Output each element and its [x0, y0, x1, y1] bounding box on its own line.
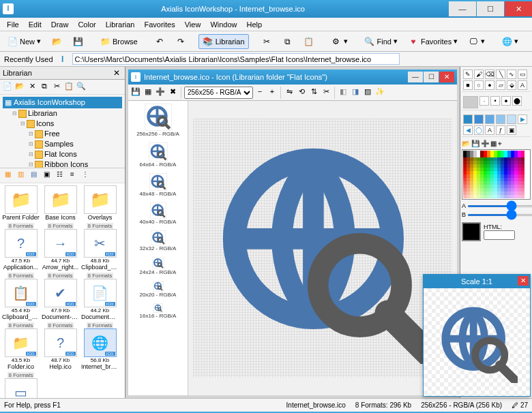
file-thumb[interactable]: 8 Formats✂ICO48.8 KbClipboard_c... [81, 223, 119, 271]
tool-line-icon[interactable]: ╲ [496, 70, 505, 79]
format-item[interactable]: 24x24 - RGB/A [128, 257, 188, 275]
view6-icon[interactable]: ≡ [66, 170, 78, 181]
window-close-button[interactable]: ✕ [505, 1, 532, 16]
new-button[interactable]: 📄New▾ [3, 34, 45, 49]
folder-thumb[interactable]: 📁Parent Folder [2, 185, 40, 221]
lib-del-icon[interactable]: ✕ [27, 82, 38, 93]
canvas[interactable] [188, 101, 457, 395]
ed-color3-icon[interactable]: ▨ [362, 87, 373, 98]
lib-paste-icon[interactable]: 📋 [63, 82, 74, 93]
zoom-in-icon[interactable]: + [267, 87, 278, 98]
lib-new-icon[interactable]: 📄 [2, 82, 13, 93]
format-item[interactable]: 48x48 - RGB/A [128, 173, 188, 197]
pal-add-icon[interactable]: ➕ [481, 140, 489, 148]
tree-node[interactable]: ⊟ Free [3, 129, 122, 139]
ed-save-icon[interactable]: 💾 [130, 87, 141, 98]
save-button[interactable]: 💾 [68, 34, 87, 49]
menu-window[interactable]: Window [206, 19, 241, 30]
tree-node[interactable]: ⊟ Samples [3, 139, 122, 149]
html-color-input[interactable] [484, 230, 515, 240]
tool-brush-icon[interactable]: 🖌 [474, 70, 484, 79]
doc-minimize-button[interactable]: — [408, 72, 423, 82]
redo-button[interactable]: ↷ [171, 34, 190, 49]
gear-button[interactable]: ⚙▾ [327, 34, 352, 49]
folder-thumb[interactable]: 📁Base Icons [42, 185, 79, 221]
lib-open-icon[interactable]: 📂 [14, 82, 25, 93]
menu-edit[interactable]: Edit [25, 19, 46, 30]
preset1-icon[interactable] [463, 114, 473, 124]
file-thumb[interactable]: 8 Formats→ICO44.7 KbArrow_right... [42, 223, 79, 271]
file-thumb[interactable]: 8 Formats📋ICO45.4 KbClipboard_p... [2, 273, 40, 320]
menu-librarian[interactable]: Librarian [102, 19, 139, 30]
find-button[interactable]: 🔍Find▾ [360, 34, 402, 49]
file-thumb[interactable]: 8 Formats🌐ICO56.8 KbInternet_bro... [81, 322, 119, 370]
open-button[interactable]: 📂 [47, 34, 66, 49]
size1-icon[interactable]: · [479, 96, 489, 106]
lib-cut-icon[interactable]: ✂ [51, 82, 62, 93]
menu-color[interactable]: Color [74, 19, 100, 30]
format-item[interactable]: 256x256 - RGB/A [128, 104, 188, 137]
size4-icon[interactable]: ⬤ [512, 96, 522, 106]
menu-file[interactable]: File [3, 19, 23, 30]
format-selector[interactable]: 256x256 - RGB/A [184, 87, 253, 99]
menu-draw[interactable]: Draw [47, 19, 73, 30]
view1-icon[interactable]: ▦ [1, 170, 14, 181]
tree-node[interactable]: ⊟ Flat Icons [3, 149, 122, 159]
scale-close-button[interactable]: ✕ [518, 276, 529, 286]
pal-save-icon[interactable]: 💾 [471, 140, 479, 148]
view4-icon[interactable]: ▣ [40, 170, 53, 181]
pal-grid-icon[interactable]: ▦ [490, 140, 497, 148]
folder-thumb[interactable]: 📁Overlays [81, 185, 119, 221]
cut-button[interactable]: ✂ [257, 34, 276, 49]
size2-icon[interactable]: • [490, 96, 500, 106]
ed-crop-icon[interactable]: ✂ [321, 87, 331, 98]
help-button[interactable]: ?▾ [524, 34, 532, 49]
view3-icon[interactable]: ▤ [27, 170, 40, 181]
recent-path-input[interactable] [72, 53, 400, 65]
ed-fx-icon[interactable]: ✨ [374, 87, 385, 98]
menu-favorites[interactable]: Favorites [140, 19, 179, 30]
lib-search-icon[interactable]: 🔍 [76, 82, 87, 93]
view5-icon[interactable]: ☷ [53, 170, 65, 181]
tool-text-icon[interactable]: A [518, 80, 527, 90]
tool-pencil-icon[interactable]: ✎ [463, 70, 473, 79]
fg-color-box[interactable] [462, 222, 481, 241]
ed-color2-icon[interactable]: ◨ [350, 87, 361, 98]
web-button[interactable]: 🌐▾ [497, 34, 522, 49]
format-item[interactable]: 40x40 - RGB/A [128, 202, 188, 225]
view2-icon[interactable]: ▥ [14, 170, 27, 181]
librarian-button[interactable]: 📚Librarian [198, 34, 249, 49]
window-minimize-button[interactable]: — [449, 1, 476, 16]
preset3-icon[interactable] [485, 114, 494, 124]
ed-remove-icon[interactable]: ✖ [167, 87, 178, 98]
mode-sel-icon[interactable]: ▣ [507, 125, 516, 135]
pal-open-icon[interactable]: 📂 [462, 140, 470, 148]
file-thumb[interactable]: 8 Formats📁ICO43.5 KbFolder.ico [2, 322, 40, 370]
scale-preview-window[interactable]: Scale 1:1✕ [423, 274, 531, 397]
bright-slider[interactable] [467, 214, 532, 216]
ed-mirror-icon[interactable]: ⇅ [308, 87, 319, 98]
paste-button[interactable]: 📋 [299, 34, 319, 49]
ed-color1-icon[interactable]: ◧ [338, 87, 349, 98]
browse-button[interactable]: 📁Browse [95, 34, 142, 49]
file-thumb[interactable]: 8 Formats✔ICO47.9 KbDocument-o... [42, 273, 79, 320]
display-button[interactable]: 🖵▾ [464, 34, 489, 49]
tree-node[interactable]: ⊟ Librarian [3, 108, 122, 119]
preset2-icon[interactable] [474, 114, 484, 124]
mode-a-icon[interactable]: A [485, 125, 494, 135]
favorites-button[interactable]: ♥Favorites▾ [404, 34, 462, 49]
brush-size-box[interactable] [463, 96, 478, 108]
pal-pick-icon[interactable]: ⌖ [498, 140, 502, 148]
tool-poly-icon[interactable]: ▱ [496, 80, 505, 90]
tool-fellipse-icon[interactable]: ● [485, 80, 494, 90]
tool-curve-icon[interactable]: ∿ [507, 70, 516, 79]
window-maximize-button[interactable]: ☐ [477, 1, 504, 16]
color-swatch[interactable] [521, 195, 524, 198]
menu-help[interactable]: Help [243, 19, 267, 30]
tree-node[interactable]: ⊟ Icons [3, 119, 122, 129]
mode-rev-icon[interactable]: ◀ [463, 125, 473, 135]
ed-grid-icon[interactable]: ▦ [143, 87, 153, 98]
zoom-out-icon[interactable]: − [254, 87, 265, 98]
doc-maximize-button[interactable]: ☐ [424, 72, 439, 82]
ed-add-icon[interactable]: ➕ [155, 87, 166, 98]
